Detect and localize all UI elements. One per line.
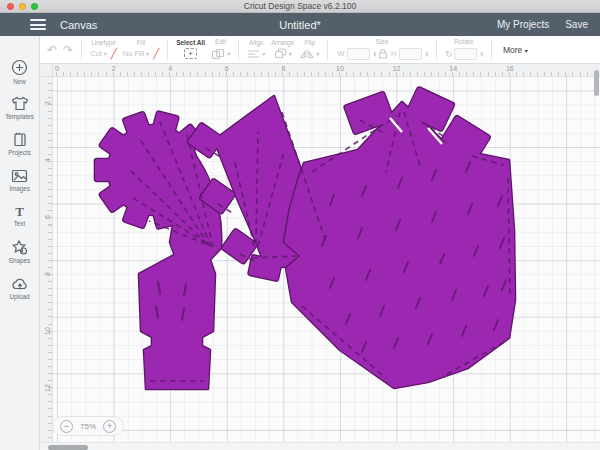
menu-icon[interactable] bbox=[30, 19, 46, 30]
app-window: Cricut Design Space v6.2.100 Canvas Unti… bbox=[0, 0, 600, 450]
horizontal-scrollbar-track[interactable] bbox=[40, 442, 600, 450]
zoom-control: − 75% + bbox=[52, 416, 124, 436]
zoom-level: 75% bbox=[80, 422, 96, 431]
chevron-down-icon: ▾ bbox=[289, 50, 292, 57]
cloud-upload-icon bbox=[11, 277, 29, 291]
chevron-down-icon: ▾ bbox=[316, 50, 319, 57]
fill-group: Fill No Fill ▾ ╱ bbox=[123, 40, 159, 60]
document-title: Untitled* bbox=[279, 19, 321, 31]
horizontal-scrollbar-thumb[interactable] bbox=[48, 445, 88, 450]
window-controls bbox=[7, 3, 38, 10]
flip-icon[interactable] bbox=[300, 49, 314, 59]
pattern-pieces-layer bbox=[40, 64, 600, 450]
linetype-color-icon[interactable]: ╱ bbox=[111, 48, 117, 59]
chevron-down-icon: ▾ bbox=[104, 50, 107, 57]
chevron-down-icon: ▾ bbox=[262, 50, 265, 57]
more-button[interactable]: More ▾ bbox=[503, 45, 528, 55]
linetype-dropdown[interactable]: Cut bbox=[90, 49, 102, 58]
select-all-button[interactable]: + bbox=[184, 48, 197, 59]
select-all-group: Select All + bbox=[176, 40, 205, 60]
edit-toolbar: ↶ ↷ Linetype Cut ▾ ╱ Fill No Fill ▾ ╱ Se… bbox=[40, 36, 600, 64]
rotate-field[interactable] bbox=[454, 48, 477, 60]
sidebar-item-text[interactable]: T Text bbox=[0, 198, 39, 234]
rotate-group: Rotate ↻ ▴▾ bbox=[445, 39, 483, 60]
canvas-label: Canvas bbox=[60, 19, 97, 31]
close-window-icon[interactable] bbox=[7, 3, 14, 10]
align-icon[interactable] bbox=[247, 49, 260, 59]
photo-icon bbox=[11, 169, 28, 183]
save-button[interactable]: Save bbox=[565, 19, 588, 30]
align-group: Align ▾ bbox=[247, 40, 265, 59]
edit-group: Edit ▾ bbox=[211, 39, 230, 60]
rotate-stepper[interactable]: ▴▾ bbox=[480, 51, 483, 57]
notebook-icon bbox=[12, 132, 28, 147]
my-projects-button[interactable]: My Projects bbox=[497, 19, 549, 30]
sidebar-item-templates[interactable]: Templates bbox=[0, 90, 39, 126]
zoom-window-icon[interactable] bbox=[31, 3, 38, 10]
zoom-out-button[interactable]: − bbox=[60, 420, 73, 433]
sidebar-item-images[interactable]: Images bbox=[0, 162, 39, 198]
left-sidebar: New Templates Projects Images T Text Sha… bbox=[0, 36, 40, 450]
sidebar-item-upload[interactable]: Upload bbox=[0, 270, 39, 306]
zoom-in-button[interactable]: + bbox=[103, 420, 116, 433]
sidebar-item-new[interactable]: New bbox=[0, 54, 39, 90]
flip-group: Flip ▾ bbox=[300, 40, 319, 59]
ruler-corner bbox=[40, 64, 53, 77]
minimize-window-icon[interactable] bbox=[19, 3, 26, 10]
width-stepper[interactable]: ▴▾ bbox=[373, 51, 376, 57]
edit-icon[interactable] bbox=[211, 48, 225, 60]
fill-dropdown[interactable]: No Fill bbox=[123, 49, 144, 58]
chevron-down-icon: ▾ bbox=[146, 50, 149, 57]
height-field[interactable] bbox=[399, 48, 422, 60]
lock-icon[interactable] bbox=[378, 48, 388, 59]
tshirt-icon bbox=[11, 96, 29, 111]
arrange-icon[interactable] bbox=[274, 48, 287, 59]
linetype-group: Linetype Cut ▾ ╱ bbox=[90, 40, 117, 60]
chevron-down-icon: ▾ bbox=[227, 50, 230, 57]
app-header: Canvas Untitled* My Projects Save bbox=[0, 13, 600, 36]
height-stepper[interactable]: ▴▾ bbox=[425, 51, 428, 57]
vertical-ruler: 2 4 6 8 10 12 bbox=[40, 77, 53, 450]
size-group: Size W ▴▾ H ▴▾ bbox=[336, 39, 428, 60]
vamp-pattern-piece-fill bbox=[284, 87, 515, 388]
arrange-group: Arrange ▾ bbox=[271, 40, 294, 60]
titlebar: Cricut Design Space v6.2.100 bbox=[0, 0, 600, 13]
undo-icon[interactable]: ↶ bbox=[44, 44, 60, 56]
sidebar-item-projects[interactable]: Projects bbox=[0, 126, 39, 162]
fill-color-icon[interactable]: ╱ bbox=[153, 48, 159, 59]
plus-circle-icon bbox=[11, 59, 28, 76]
letter-t-icon: T bbox=[15, 205, 24, 218]
horizontal-ruler: 0 2 4 6 8 10 12 14 16 bbox=[53, 64, 600, 77]
shapes-icon bbox=[11, 240, 28, 255]
rotate-icon: ↻ bbox=[445, 49, 453, 59]
redo-icon[interactable]: ↷ bbox=[60, 44, 76, 56]
vertical-scrollbar[interactable] bbox=[594, 70, 599, 96]
width-field[interactable] bbox=[347, 48, 370, 60]
window-title: Cricut Design Space v6.2.100 bbox=[0, 1, 600, 11]
design-canvas[interactable]: 0 2 4 6 8 10 12 14 16 2 4 6 8 10 12 bbox=[40, 64, 600, 450]
sidebar-item-shapes[interactable]: Shapes bbox=[0, 234, 39, 270]
